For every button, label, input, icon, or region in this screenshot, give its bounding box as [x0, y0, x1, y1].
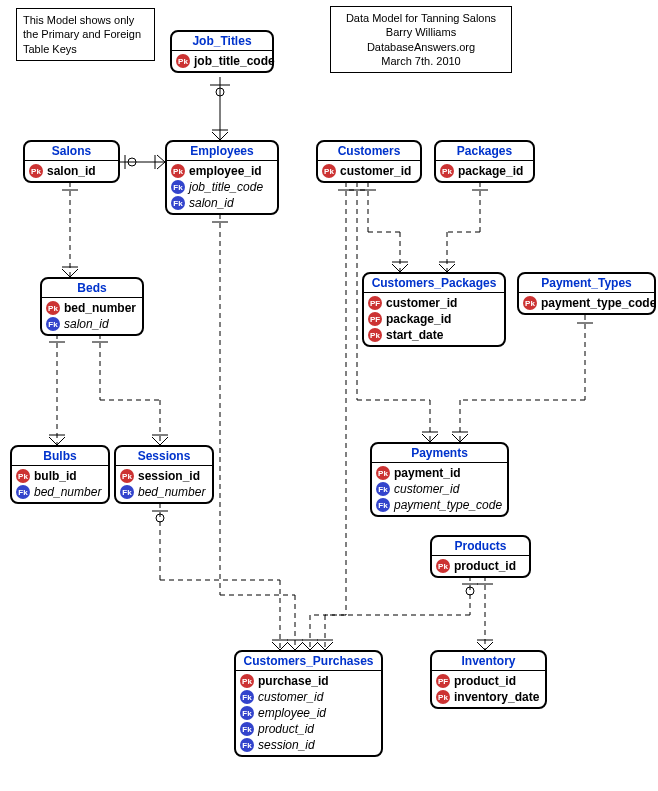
attr-text: payment_type_code — [394, 498, 502, 512]
pk-icon: Pk — [523, 296, 537, 310]
attr-text: inventory_date — [454, 690, 539, 704]
entity-customers-purchases: Customers_Purchases Pk purchase_id Fk cu… — [234, 650, 383, 757]
svg-line-10 — [157, 162, 165, 169]
pk-icon: Pk — [171, 164, 185, 178]
pk-icon: Pk — [368, 328, 382, 342]
svg-line-84 — [317, 642, 325, 650]
pf-icon: PF — [368, 312, 382, 326]
pk-icon: Pk — [46, 301, 60, 315]
attr-row: Pk bed_number — [46, 300, 138, 316]
svg-line-77 — [310, 642, 318, 650]
svg-point-33 — [156, 514, 164, 522]
svg-line-85 — [325, 642, 333, 650]
attr-row: Fk bed_number — [120, 484, 208, 500]
attr-row: Fk product_id — [240, 721, 377, 737]
entity-payment-types: Payment_Types Pk payment_type_code — [517, 272, 656, 315]
attr-text: customer_id — [386, 296, 457, 310]
attr-row: Fk job_title_code — [171, 179, 273, 195]
pk-icon: Pk — [240, 674, 254, 688]
attr-row: Fk employee_id — [240, 705, 377, 721]
entity-products: Products Pk product_id — [430, 535, 531, 578]
fk-icon: Fk — [240, 738, 254, 752]
fk-icon: Fk — [120, 485, 134, 499]
svg-line-89 — [477, 642, 485, 650]
entity-inventory: Inventory PF product_id Pk inventory_dat… — [430, 650, 547, 709]
fk-icon: Fk — [376, 498, 390, 512]
entity-title: Inventory — [432, 652, 545, 671]
attr-text: bulb_id — [34, 469, 77, 483]
attr-row: Pk customer_id — [322, 163, 416, 179]
attr-text: job_title_code — [189, 180, 263, 194]
svg-line-70 — [460, 434, 468, 442]
attr-text: package_id — [458, 164, 523, 178]
entity-title: Salons — [25, 142, 118, 161]
attr-row: Fk session_id — [240, 737, 377, 753]
attr-text: package_id — [386, 312, 451, 326]
entity-title: Job_Titles — [172, 32, 272, 51]
attr-text: product_id — [454, 674, 516, 688]
attr-row: Pk session_id — [120, 468, 208, 484]
pk-icon: Pk — [376, 466, 390, 480]
attr-row: PF package_id — [368, 311, 500, 327]
fk-icon: Fk — [171, 196, 185, 210]
note-text: Barry Williams — [386, 26, 456, 38]
svg-line-34 — [272, 642, 280, 650]
entity-payments: Payments Pk payment_id Fk customer_id Fk… — [370, 442, 509, 517]
attr-text: session_id — [258, 738, 315, 752]
note-text: Data Model for Tanning Salons — [346, 12, 496, 24]
pk-icon: Pk — [120, 469, 134, 483]
attr-text: product_id — [258, 722, 314, 736]
svg-point-2 — [216, 88, 224, 96]
fk-icon: Fk — [240, 722, 254, 736]
note-text: This Model shows only — [23, 14, 134, 26]
svg-line-19 — [49, 437, 57, 445]
entity-title: Customers_Packages — [364, 274, 504, 293]
attr-text: bed_number — [34, 485, 101, 499]
attr-row: Pk bulb_id — [16, 468, 104, 484]
fk-icon: Fk — [46, 317, 60, 331]
note-model-desc: This Model shows only the Primary and Fo… — [16, 8, 155, 61]
svg-line-4 — [220, 132, 228, 140]
attr-text: bed_number — [138, 485, 205, 499]
attr-text: job_title_code — [194, 54, 275, 68]
attr-row: Pk employee_id — [171, 163, 273, 179]
svg-line-63 — [430, 434, 438, 442]
entity-title: Payment_Types — [519, 274, 654, 293]
attr-row: Pk package_id — [440, 163, 529, 179]
entity-title: Payments — [372, 444, 507, 463]
svg-line-42 — [295, 642, 303, 650]
svg-line-48 — [392, 264, 400, 272]
note-title: Data Model for Tanning Salons Barry Will… — [330, 6, 512, 73]
pk-icon: Pk — [436, 690, 450, 704]
attr-row: Fk bed_number — [16, 484, 104, 500]
entity-bulbs: Bulbs Pk bulb_id Fk bed_number — [10, 445, 110, 504]
svg-line-35 — [280, 642, 288, 650]
entity-salons: Salons Pk salon_id — [23, 140, 120, 183]
entity-packages: Packages Pk package_id — [434, 140, 535, 183]
pk-icon: Pk — [436, 559, 450, 573]
attr-row: Pk payment_type_code — [523, 295, 650, 311]
attr-row: Pk job_title_code — [176, 53, 268, 69]
attr-row: Fk salon_id — [171, 195, 273, 211]
svg-line-9 — [157, 155, 165, 162]
fk-icon: Fk — [376, 482, 390, 496]
entity-beds: Beds Pk bed_number Fk salon_id — [40, 277, 144, 336]
attr-text: payment_id — [394, 466, 461, 480]
svg-line-69 — [452, 434, 460, 442]
entity-title: Beds — [42, 279, 142, 298]
attr-row: Fk customer_id — [376, 481, 503, 497]
entity-customers-packages: Customers_Packages PF customer_id PF pac… — [362, 272, 506, 347]
fk-icon: Fk — [240, 690, 254, 704]
fk-icon: Fk — [171, 180, 185, 194]
attr-text: customer_id — [258, 690, 323, 704]
attr-text: product_id — [454, 559, 516, 573]
attr-row: Pk product_id — [436, 558, 525, 574]
note-text: the Primary and Foreign — [23, 28, 141, 40]
svg-line-62 — [422, 434, 430, 442]
attr-text: payment_type_code — [541, 296, 656, 310]
entity-sessions: Sessions Pk session_id Fk bed_number — [114, 445, 214, 504]
pk-icon: Pk — [29, 164, 43, 178]
fk-icon: Fk — [16, 485, 30, 499]
attr-text: employee_id — [258, 706, 326, 720]
pk-icon: Pk — [176, 54, 190, 68]
